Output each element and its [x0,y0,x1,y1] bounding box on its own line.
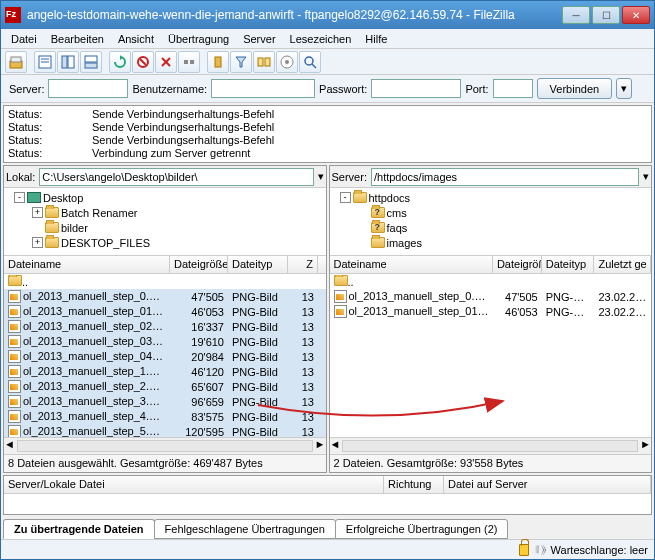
file-row[interactable]: ol_2013_manuell_step_0.png 47'505 PNG-Bi… [330,289,652,304]
menu-ansicht[interactable]: Ansicht [112,31,160,47]
folder-icon [353,192,367,203]
tree-node[interactable]: faqs [332,220,650,235]
tree-node[interactable]: +DESKTOP_FILES [6,235,324,250]
col-size[interactable]: Dateigröße [170,256,228,273]
col-mod[interactable]: Zuletzt ge [594,256,651,273]
tree-node[interactable]: -Desktop [6,190,324,205]
remote-status: 2 Dateien. Gesamtgröße: 93'558 Bytes [330,454,652,472]
menu-bearbeiten[interactable]: Bearbeiten [45,31,110,47]
file-row[interactable]: .. [4,274,326,289]
col-mod[interactable]: Z [288,256,318,273]
svg-point-20 [305,57,313,65]
file-row[interactable]: ol_2013_manuell_step_0.png 47'505 PNG-Bi… [4,289,326,304]
sitemanager-icon[interactable] [5,51,27,73]
png-file-icon [8,335,21,348]
minimize-button[interactable]: ─ [562,6,590,24]
svg-rect-5 [62,56,67,68]
col-localfile[interactable]: Server/Lokale Datei [4,476,384,493]
col-name[interactable]: Dateiname [4,256,170,273]
tree-node[interactable]: bilder [6,220,324,235]
tree-expander[interactable]: - [340,192,351,203]
tree-node[interactable]: -httpdocs [332,190,650,205]
toggle-log-icon[interactable] [34,51,56,73]
file-row[interactable]: ol_2013_manuell_step_03.png 19'610 PNG-B… [4,334,326,349]
tab-queued[interactable]: Zu übertragende Dateien [3,519,155,539]
file-row[interactable]: ol_2013_manuell_step_4.png 83'575 PNG-Bi… [4,409,326,424]
message-log[interactable]: Status:Sende Verbindungserhaltungs-Befeh… [3,105,652,163]
remote-path-input[interactable] [371,168,639,186]
menu-datei[interactable]: Datei [5,31,43,47]
menu-lesezeichen[interactable]: Lesezeichen [284,31,358,47]
port-label: Port: [465,83,488,95]
file-row[interactable]: ol_2013_manuell_step_04.png 20'984 PNG-B… [4,349,326,364]
compare-icon[interactable] [253,51,275,73]
tab-failed[interactable]: Fehlgeschlagene Übertragungen [154,519,336,539]
search-icon[interactable] [299,51,321,73]
col-direction[interactable]: Richtung [384,476,444,493]
col-type[interactable]: Dateityp [228,256,288,273]
folder-up-icon [8,275,22,286]
username-input[interactable] [211,79,315,98]
tree-expander[interactable]: + [32,237,43,248]
png-file-icon [8,425,21,437]
menu-uebertragung[interactable]: Übertragung [162,31,235,47]
remote-tree[interactable]: -httpdocscmsfaqsimages [330,188,652,256]
local-file-list[interactable]: .. ol_2013_manuell_step_0.png 47'505 PNG… [4,274,326,437]
tree-expander[interactable]: + [32,207,43,218]
menu-server[interactable]: Server [237,31,281,47]
col-remotefile[interactable]: Datei auf Server [444,476,651,493]
connect-button[interactable]: Verbinden [537,78,613,99]
reconnect-icon[interactable] [207,51,229,73]
quickconnect-dropdown[interactable]: ▾ [616,78,632,99]
remote-list-header[interactable]: Dateiname Dateigröße Dateityp Zuletzt ge [330,256,652,274]
col-type[interactable]: Dateityp [542,256,595,273]
local-tree[interactable]: -Desktop+Batch Renamerbilder+DESKTOP_FIL… [4,188,326,256]
cancel-icon[interactable] [155,51,177,73]
process-queue-icon[interactable] [132,51,154,73]
lock-icon[interactable] [519,544,529,556]
folder-up-icon [334,275,348,286]
file-row[interactable]: ol_2013_manuell_step_3.png 96'659 PNG-Bi… [4,394,326,409]
file-row[interactable]: ol_2013_manuell_step_01.png 46'053 PNG-B… [330,304,652,319]
refresh-icon[interactable] [109,51,131,73]
sync-icon[interactable] [276,51,298,73]
remote-scrollbar[interactable]: ◄► [330,437,652,454]
col-name[interactable]: Dateiname [330,256,493,273]
server-input[interactable] [48,79,128,98]
tab-successful[interactable]: Erfolgreiche Übertragungen (2) [335,519,509,539]
file-row[interactable]: ol_2013_manuell_step_02.png 16'337 PNG-B… [4,319,326,334]
local-scrollbar[interactable]: ◄► [4,437,326,454]
svg-rect-7 [85,56,97,62]
local-path-input[interactable] [39,168,313,186]
toggle-queue-icon[interactable] [80,51,102,73]
file-row[interactable]: ol_2013_manuell_step_1.png 46'120 PNG-Bi… [4,364,326,379]
file-row[interactable]: ol_2013_manuell_step_5.png 120'595 PNG-B… [4,424,326,437]
file-row[interactable]: .. [330,274,652,289]
col-size[interactable]: Dateigröße [493,256,542,273]
close-button[interactable]: ✕ [622,6,650,24]
local-list-header[interactable]: Dateiname Dateigröße Dateityp Z [4,256,326,274]
server-label: Server: [9,83,44,95]
disconnect-icon[interactable] [178,51,200,73]
folder-icon [371,207,385,218]
tree-node[interactable]: cms [332,205,650,220]
maximize-button[interactable]: ☐ [592,6,620,24]
tree-node[interactable]: images [332,235,650,250]
filter-icon[interactable] [230,51,252,73]
titlebar[interactable]: angelo-testdomain-wehe-wenn-die-jemand-a… [1,1,654,29]
tree-node[interactable]: +Batch Renamer [6,205,324,220]
password-input[interactable] [371,79,461,98]
toggle-tree-icon[interactable] [57,51,79,73]
pass-label: Passwort: [319,83,367,95]
chevron-down-icon[interactable]: ▾ [643,170,649,183]
chevron-down-icon[interactable]: ▾ [318,170,324,183]
transfer-queue[interactable]: Server/Lokale Datei Richtung Datei auf S… [3,475,652,515]
file-row[interactable]: ol_2013_manuell_step_2.png 65'607 PNG-Bi… [4,379,326,394]
app-icon [5,7,21,23]
file-row[interactable]: ol_2013_manuell_step_01.png 46'053 PNG-B… [4,304,326,319]
menu-hilfe[interactable]: Hilfe [359,31,393,47]
tree-expander[interactable]: - [14,192,25,203]
port-input[interactable] [493,79,533,98]
remote-file-list[interactable]: .. ol_2013_manuell_step_0.png 47'505 PNG… [330,274,652,437]
svg-rect-17 [265,58,270,66]
